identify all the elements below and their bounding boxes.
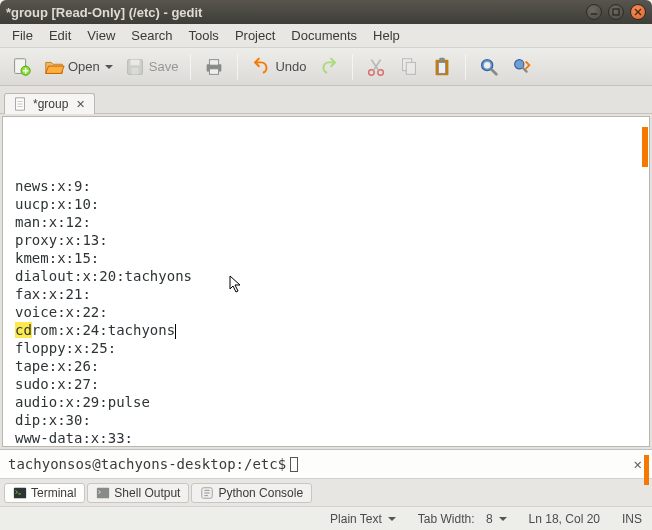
bottom-panel-tabs: Terminal Shell Output Python Console	[0, 478, 652, 506]
redo-button[interactable]	[314, 52, 344, 82]
panel-tab-shell-label: Shell Output	[114, 486, 180, 500]
panel-tab-shell-output[interactable]: Shell Output	[87, 483, 189, 503]
statusbar: Plain Text Tab Width: 8 Ln 18, Col 20 IN…	[0, 506, 652, 530]
paste-button[interactable]	[427, 52, 457, 82]
file-icon	[13, 97, 27, 111]
undo-icon	[250, 56, 272, 78]
text-editor[interactable]: news:x:9:uucp:x:10:man:x:12:proxy:x:13:k…	[2, 116, 650, 447]
status-tab-width[interactable]: Tab Width: 8	[418, 512, 507, 526]
svg-rect-15	[406, 62, 415, 74]
svg-rect-17	[438, 62, 445, 73]
open-label: Open	[68, 59, 100, 74]
svg-rect-1	[613, 9, 619, 15]
svg-rect-26	[14, 487, 26, 498]
chevron-down-icon	[499, 517, 507, 521]
menu-view[interactable]: View	[79, 26, 123, 45]
document-tabbar: *group ✕	[0, 86, 652, 114]
panel-tab-python-console[interactable]: Python Console	[191, 483, 312, 503]
svg-rect-18	[439, 57, 445, 61]
copy-button[interactable]	[394, 52, 424, 82]
terminal-panel[interactable]: tachyonsos@tachyons-desktop:/etc$ ✕	[0, 449, 652, 478]
panel-tab-terminal[interactable]: Terminal	[4, 483, 85, 503]
paste-icon	[431, 56, 453, 78]
document-tab[interactable]: *group ✕	[4, 93, 95, 114]
maximize-button[interactable]	[608, 4, 624, 20]
folder-open-icon	[43, 56, 65, 78]
tab-label: *group	[33, 97, 68, 111]
find-replace-button[interactable]	[507, 52, 537, 82]
save-label: Save	[149, 59, 179, 74]
chevron-down-icon	[388, 517, 396, 521]
terminal-prompt: tachyonsos@tachyons-desktop:/etc$	[8, 456, 286, 472]
find-button[interactable]	[474, 52, 504, 82]
panel-close-button[interactable]: ✕	[634, 456, 642, 472]
svg-rect-10	[210, 59, 219, 64]
chevron-down-icon	[105, 65, 113, 69]
status-language[interactable]: Plain Text	[330, 512, 396, 526]
overview-ruler	[642, 127, 648, 167]
panel-tab-python-label: Python Console	[218, 486, 303, 500]
separator	[190, 54, 191, 80]
svg-rect-27	[97, 487, 109, 498]
svg-rect-8	[131, 67, 138, 73]
copy-icon	[398, 56, 420, 78]
separator	[237, 54, 238, 80]
menu-project[interactable]: Project	[227, 26, 283, 45]
window-title: *group [Read-Only] (/etc) - gedit	[6, 5, 586, 20]
find-replace-icon	[511, 56, 533, 78]
panel-tab-terminal-label: Terminal	[31, 486, 76, 500]
menu-file[interactable]: File	[4, 26, 41, 45]
window-controls	[586, 4, 646, 20]
redo-icon	[318, 56, 340, 78]
terminal-icon	[13, 486, 27, 500]
minimize-button[interactable]	[586, 4, 602, 20]
editor-container: news:x:9:uucp:x:10:man:x:12:proxy:x:13:k…	[0, 114, 652, 449]
open-button[interactable]: Open	[39, 52, 117, 82]
terminal-cursor	[290, 457, 298, 472]
print-icon	[203, 56, 225, 78]
status-insert-mode: INS	[622, 512, 642, 526]
svg-rect-11	[210, 68, 219, 74]
shell-icon	[96, 486, 110, 500]
undo-button[interactable]: Undo	[246, 52, 310, 82]
new-file-button[interactable]	[6, 52, 36, 82]
search-icon	[478, 56, 500, 78]
separator	[352, 54, 353, 80]
panel-overview-ruler	[644, 455, 649, 485]
cut-icon	[365, 56, 387, 78]
menubar: File Edit View Search Tools Project Docu…	[0, 24, 652, 48]
svg-point-20	[483, 61, 489, 67]
svg-rect-7	[130, 59, 139, 64]
menu-help[interactable]: Help	[365, 26, 408, 45]
python-icon	[200, 486, 214, 500]
status-cursor-position: Ln 18, Col 20	[529, 512, 600, 526]
undo-label: Undo	[275, 59, 306, 74]
window-titlebar: *group [Read-Only] (/etc) - gedit	[0, 0, 652, 24]
menu-edit[interactable]: Edit	[41, 26, 79, 45]
tab-close-button[interactable]: ✕	[74, 98, 86, 110]
separator	[465, 54, 466, 80]
cut-button[interactable]	[361, 52, 391, 82]
save-icon	[124, 56, 146, 78]
close-button[interactable]	[630, 4, 646, 20]
save-button[interactable]: Save	[120, 52, 183, 82]
print-button[interactable]	[199, 52, 229, 82]
menu-search[interactable]: Search	[123, 26, 180, 45]
menu-tools[interactable]: Tools	[181, 26, 227, 45]
menu-documents[interactable]: Documents	[283, 26, 365, 45]
toolbar: Open Save Undo	[0, 48, 652, 86]
new-file-icon	[10, 56, 32, 78]
